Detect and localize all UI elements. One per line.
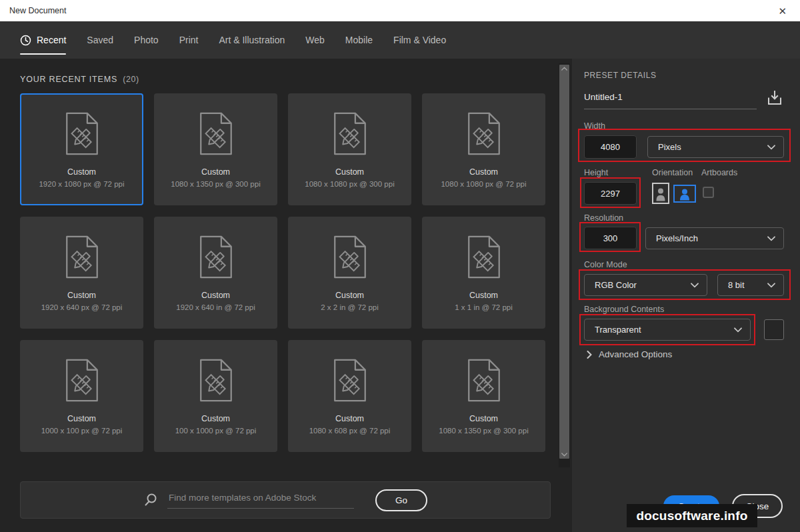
- document-template-icon: [63, 235, 101, 279]
- width-label: Width: [584, 121, 605, 131]
- template-card[interactable]: Custom 1080 x 1350 px @ 300 ppi: [422, 340, 545, 452]
- template-card[interactable]: Custom 1920 x 640 px @ 72 ppi: [20, 217, 143, 329]
- tab-photo[interactable]: Photo: [134, 21, 159, 59]
- scrollbar-thumb[interactable]: [559, 65, 569, 459]
- search-input[interactable]: [167, 491, 354, 509]
- template-name: Custom: [67, 414, 96, 423]
- chevron-down-icon: [767, 145, 775, 150]
- chevron-down-icon: [767, 283, 775, 288]
- template-name: Custom: [469, 291, 498, 300]
- go-button[interactable]: Go: [375, 489, 427, 511]
- tab-mobile[interactable]: Mobile: [345, 21, 373, 59]
- advanced-options-toggle[interactable]: Advanced Options: [587, 349, 672, 359]
- save-preset-button[interactable]: [765, 89, 784, 108]
- chevron-down-icon: [767, 236, 775, 241]
- template-card[interactable]: Custom 100 x 1000 px @ 72 ppi: [154, 340, 277, 452]
- chevron-down-icon: [734, 327, 742, 333]
- preset-details-panel: PRESET DETAILS Width Pixels Height Orien…: [572, 59, 800, 532]
- tab-web[interactable]: Web: [305, 21, 325, 59]
- template-name: Custom: [67, 167, 96, 177]
- chevron-right-icon: [587, 351, 592, 359]
- chevron-down-icon: [691, 283, 699, 288]
- close-icon[interactable]: ✕: [775, 5, 789, 17]
- template-dimensions: 1920 x 1080 px @ 72 ppi: [39, 180, 124, 188]
- template-name: Custom: [335, 291, 364, 300]
- template-card[interactable]: Custom 1 x 1 in @ 72 ppi: [422, 217, 545, 329]
- template-name: Custom: [67, 291, 96, 300]
- dialog-title: New Document: [9, 6, 66, 15]
- height-input[interactable]: [584, 182, 637, 205]
- document-template-icon: [197, 235, 235, 279]
- background-contents-dropdown[interactable]: Transparent: [584, 319, 751, 341]
- dialog-titlebar: New Document ✕: [0, 0, 800, 21]
- template-name: Custom: [201, 414, 230, 423]
- artboards-label: Artboards: [701, 168, 737, 177]
- search-icon: [143, 493, 158, 507]
- document-template-icon: [465, 358, 503, 403]
- template-card[interactable]: Custom 1080 x 1350 px @ 300 ppi: [154, 93, 277, 205]
- width-unit-dropdown[interactable]: Pixels: [647, 136, 784, 158]
- template-dimensions: 100 x 1000 px @ 72 ppi: [175, 427, 257, 435]
- vertical-scrollbar[interactable]: [559, 63, 570, 467]
- clock-icon: [20, 35, 31, 46]
- template-name: Custom: [335, 414, 364, 423]
- template-card[interactable]: Custom 1080 x 1080 px @ 72 ppi: [422, 93, 545, 205]
- scroll-down-icon[interactable]: [561, 453, 567, 457]
- background-contents-label: Background Contents: [584, 305, 664, 314]
- template-dimensions: 1920 x 640 in @ 72 ppi: [176, 303, 255, 311]
- template-dimensions: 1920 x 640 px @ 72 ppi: [41, 303, 123, 311]
- template-name: Custom: [335, 167, 364, 177]
- template-card[interactable]: Custom 1920 x 640 in @ 72 ppi: [154, 217, 277, 329]
- preset-details-header: PRESET DETAILS: [584, 71, 657, 80]
- tab-label: Recent: [37, 35, 66, 45]
- document-template-icon: [63, 358, 101, 403]
- tab-saved[interactable]: Saved: [87, 21, 113, 59]
- document-template-icon: [465, 111, 503, 156]
- template-name: Custom: [469, 414, 498, 423]
- template-dimensions: 2 x 2 in @ 72 ppi: [321, 303, 378, 311]
- portrait-orientation-icon: [652, 183, 669, 204]
- landscape-orientation-icon: [673, 185, 696, 203]
- template-card-selected[interactable]: Custom 1920 x 1080 px @ 72 ppi: [20, 93, 143, 205]
- orientation-portrait-button[interactable]: [652, 183, 669, 206]
- color-mode-dropdown[interactable]: RGB Color: [584, 274, 707, 296]
- template-dimensions: 1080 x 1350 px @ 300 ppi: [439, 427, 528, 435]
- document-template-icon: [331, 358, 369, 403]
- orientation-landscape-button[interactable]: [673, 185, 696, 205]
- template-card[interactable]: Custom 2 x 2 in @ 72 ppi: [288, 217, 411, 329]
- background-color-swatch[interactable]: [764, 319, 784, 340]
- template-dimensions: 1 x 1 in @ 72 ppi: [455, 303, 512, 311]
- document-template-icon: [63, 111, 101, 156]
- template-card[interactable]: Custom 1080 x 1080 px @ 300 ppi: [288, 93, 411, 205]
- template-dimensions: 1080 x 1080 px @ 72 ppi: [441, 180, 526, 188]
- resolution-unit-dropdown[interactable]: Pixels/Inch: [645, 227, 784, 249]
- document-name-input[interactable]: [584, 91, 757, 109]
- template-dimensions: 1080 x 1350 px @ 300 ppi: [171, 180, 260, 188]
- document-template-icon: [331, 111, 369, 156]
- tab-film-video[interactable]: Film & Video: [393, 21, 446, 59]
- document-template-icon: [465, 235, 503, 279]
- resolution-input[interactable]: [584, 227, 637, 249]
- template-card[interactable]: Custom 1080 x 608 px @ 72 ppi: [288, 340, 411, 452]
- bit-depth-dropdown[interactable]: 8 bit: [717, 274, 784, 296]
- resolution-label: Resolution: [584, 213, 623, 223]
- artboards-checkbox[interactable]: [703, 187, 714, 198]
- tab-recent[interactable]: Recent: [20, 21, 66, 59]
- scroll-up-icon[interactable]: [561, 67, 567, 71]
- category-tabbar: Recent Saved Photo Print Art & Illustrat…: [0, 21, 800, 59]
- template-card[interactable]: Custom 1000 x 100 px @ 72 ppi: [20, 340, 143, 452]
- document-template-icon: [331, 235, 369, 279]
- orientation-label: Orientation: [652, 168, 693, 177]
- save-preset-icon: [766, 89, 783, 107]
- color-mode-label: Color Mode: [584, 260, 627, 269]
- adobe-stock-search-panel: Go: [20, 481, 551, 519]
- recent-items-region: YOUR RECENT ITEMS (20) Custom 1920 x 108…: [0, 59, 559, 532]
- height-label: Height: [584, 168, 608, 177]
- watermark: docusoftware.info: [627, 504, 757, 527]
- tab-art-illustration[interactable]: Art & Illustration: [219, 21, 285, 59]
- template-name: Custom: [201, 167, 230, 177]
- template-dimensions: 1080 x 608 px @ 72 ppi: [309, 427, 391, 435]
- document-template-icon: [197, 111, 235, 156]
- width-input[interactable]: [584, 135, 637, 159]
- tab-print[interactable]: Print: [179, 21, 199, 59]
